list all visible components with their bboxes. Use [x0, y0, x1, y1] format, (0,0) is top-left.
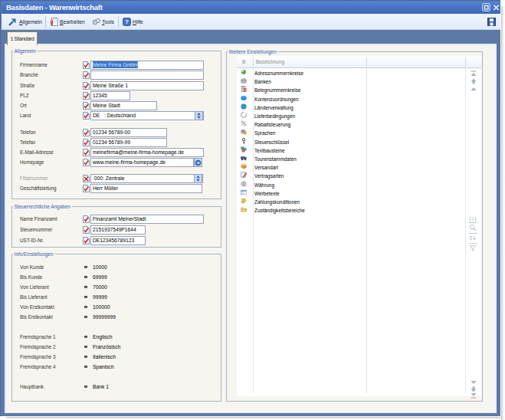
svg-text:¢: ¢ — [243, 182, 245, 186]
